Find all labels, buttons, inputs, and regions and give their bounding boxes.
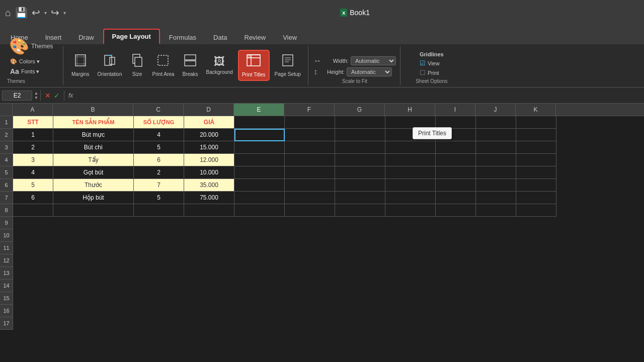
cell-C8[interactable] bbox=[134, 204, 184, 217]
size-button[interactable]: Size bbox=[127, 51, 147, 79]
cell-A4[interactable]: 3 bbox=[13, 154, 53, 166]
width-dropdown[interactable]: Automatic bbox=[351, 56, 396, 65]
col-header-K[interactable]: K bbox=[516, 104, 556, 116]
undo-dropdown-icon[interactable]: ▾ bbox=[44, 10, 47, 16]
cell-I8[interactable] bbox=[436, 204, 476, 217]
row-header-3[interactable]: 3 bbox=[0, 141, 13, 154]
cell-D5[interactable]: 10.000 bbox=[184, 166, 234, 179]
cell-I6[interactable] bbox=[436, 179, 476, 192]
cell-E6[interactable] bbox=[234, 179, 285, 192]
cell-F7[interactable] bbox=[285, 192, 335, 204]
cell-I5[interactable] bbox=[436, 166, 476, 179]
col-header-H[interactable]: H bbox=[385, 104, 435, 116]
cell-D2[interactable]: 20.000 bbox=[184, 129, 234, 141]
row-header-17[interactable]: 17 bbox=[0, 317, 13, 330]
cell-C5[interactable]: 2 bbox=[134, 166, 184, 179]
cell-H4[interactable] bbox=[385, 154, 436, 166]
cancel-formula-icon[interactable]: ✕ bbox=[45, 92, 51, 100]
cell-K7[interactable] bbox=[516, 192, 556, 204]
cell-B7[interactable]: Hộp bút bbox=[53, 192, 134, 204]
cell-reference-input[interactable] bbox=[2, 90, 32, 101]
cell-A2[interactable]: 1 bbox=[13, 129, 53, 141]
row-header-13[interactable]: 13 bbox=[0, 267, 13, 280]
cell-E5[interactable] bbox=[234, 166, 285, 179]
cell-F6[interactable] bbox=[285, 179, 335, 192]
cell-C7[interactable]: 5 bbox=[134, 192, 184, 204]
cell-K4[interactable] bbox=[516, 154, 556, 166]
cell-F1[interactable] bbox=[285, 116, 335, 129]
cell-D3[interactable]: 15.000 bbox=[184, 141, 234, 154]
cell-C6[interactable]: 7 bbox=[134, 179, 184, 192]
cell-J7[interactable] bbox=[476, 192, 516, 204]
tab-review[interactable]: Review bbox=[236, 31, 274, 44]
cell-G5[interactable] bbox=[335, 166, 385, 179]
cell-K2[interactable] bbox=[516, 129, 556, 141]
fonts-button[interactable]: Aa Fonts ▾ bbox=[7, 66, 42, 76]
cell-G1[interactable] bbox=[335, 116, 385, 129]
cell-G2[interactable] bbox=[335, 129, 385, 141]
tab-view[interactable]: View bbox=[275, 31, 305, 44]
print-area-button[interactable]: Print Area bbox=[149, 51, 178, 79]
cell-K5[interactable] bbox=[516, 166, 556, 179]
page-setup-button[interactable]: Page Setup bbox=[272, 51, 304, 79]
cell-H7[interactable] bbox=[385, 192, 436, 204]
cell-J6[interactable] bbox=[476, 179, 516, 192]
row-header-1[interactable]: 1 bbox=[0, 116, 13, 129]
cell-B1[interactable]: TÊN SẢN PHẨM bbox=[53, 116, 134, 129]
cell-I7[interactable] bbox=[436, 192, 476, 204]
save-icon[interactable]: 💾 bbox=[15, 7, 28, 19]
background-button[interactable]: 🖼 Background bbox=[203, 53, 236, 77]
row-header-16[interactable]: 16 bbox=[0, 305, 13, 317]
cell-C3[interactable]: 5 bbox=[134, 141, 184, 154]
cell-G7[interactable] bbox=[335, 192, 385, 204]
col-header-A[interactable]: A bbox=[13, 104, 53, 116]
cell-A6[interactable]: 5 bbox=[13, 179, 53, 192]
cell-J5[interactable] bbox=[476, 166, 516, 179]
undo-icon[interactable]: ↩ bbox=[32, 7, 40, 19]
col-header-J[interactable]: J bbox=[475, 104, 516, 116]
row-header-2[interactable]: 2 bbox=[0, 129, 13, 141]
row-header-11[interactable]: 11 bbox=[0, 242, 13, 254]
tab-page-layout[interactable]: Page Layout bbox=[103, 29, 160, 44]
cell-E7[interactable] bbox=[234, 192, 285, 204]
tab-data[interactable]: Data bbox=[205, 31, 235, 44]
col-header-B[interactable]: B bbox=[53, 104, 133, 116]
cell-J1[interactable] bbox=[476, 116, 516, 129]
cell-B3[interactable]: Bút chì bbox=[53, 141, 134, 154]
cell-K1[interactable] bbox=[516, 116, 556, 129]
cell-A3[interactable]: 2 bbox=[13, 141, 53, 154]
gridlines-view-checkbox[interactable]: ☑ bbox=[420, 59, 426, 67]
cell-F3[interactable] bbox=[285, 141, 335, 154]
row-header-7[interactable]: 7 bbox=[0, 192, 13, 204]
cell-F2[interactable] bbox=[285, 129, 335, 141]
cell-ref-arrows[interactable]: ▲ ▼ bbox=[34, 91, 38, 100]
orientation-button[interactable]: Orientation bbox=[95, 51, 125, 79]
col-header-I[interactable]: I bbox=[435, 104, 475, 116]
cell-E1[interactable] bbox=[234, 116, 285, 129]
col-header-D[interactable]: D bbox=[184, 104, 234, 116]
row-header-10[interactable]: 10 bbox=[0, 229, 13, 242]
cell-K3[interactable] bbox=[516, 141, 556, 154]
cell-E8[interactable] bbox=[234, 204, 285, 217]
cell-A8[interactable] bbox=[13, 204, 53, 217]
col-header-G[interactable]: G bbox=[335, 104, 385, 116]
row-header-15[interactable]: 15 bbox=[0, 292, 13, 305]
themes-button[interactable]: 🎨 Themes bbox=[7, 36, 55, 57]
home-icon[interactable]: ⌂ bbox=[5, 7, 11, 19]
cell-D8[interactable] bbox=[184, 204, 234, 217]
cell-A7[interactable]: 6 bbox=[13, 192, 53, 204]
cell-F5[interactable] bbox=[285, 166, 335, 179]
colors-button[interactable]: 🎨 Colors ▾ bbox=[7, 57, 43, 66]
cell-B5[interactable]: Gọt bút bbox=[53, 166, 134, 179]
cell-A1[interactable]: STT bbox=[13, 116, 53, 129]
cell-J8[interactable] bbox=[476, 204, 516, 217]
redo-icon[interactable]: ↪ bbox=[51, 7, 59, 19]
tab-formulas[interactable]: Formulas bbox=[161, 31, 204, 44]
cell-G4[interactable] bbox=[335, 154, 385, 166]
cell-D6[interactable]: 35.000 bbox=[184, 179, 234, 192]
row-header-4[interactable]: 4 bbox=[0, 154, 13, 166]
customize-icon[interactable]: ▾ bbox=[63, 10, 66, 16]
gridlines-print-checkbox[interactable]: ☐ bbox=[420, 69, 426, 76]
cell-K6[interactable] bbox=[516, 179, 556, 192]
row-header-9[interactable]: 9 bbox=[0, 217, 13, 229]
